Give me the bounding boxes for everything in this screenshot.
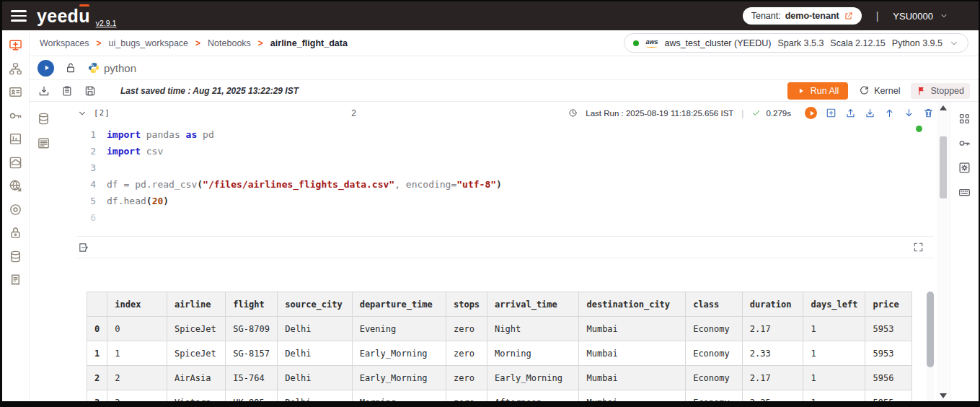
id-card-icon[interactable] xyxy=(9,85,22,99)
shelf-icon[interactable] xyxy=(9,132,22,146)
table-scrollbar-thumb[interactable] xyxy=(927,292,934,367)
left-sidebar xyxy=(2,30,30,401)
stopped-flag-icon xyxy=(917,86,927,96)
code-line: 6 xyxy=(77,209,934,226)
table-cell: 0 xyxy=(107,317,167,341)
database-icon[interactable] xyxy=(9,250,22,263)
table-cell: Afternoon xyxy=(487,390,579,402)
row-index: 0 xyxy=(87,317,107,341)
tenant-pill[interactable]: Tenant: demo-tenant xyxy=(743,7,862,25)
run-cell-button[interactable] xyxy=(805,107,817,119)
breadcrumb-item[interactable]: airline_flight_data xyxy=(270,38,348,48)
table-cell: 2.33 xyxy=(742,341,803,366)
table-cell: 1 xyxy=(803,390,865,402)
disc-icon[interactable] xyxy=(9,203,22,216)
move-cell-down-button[interactable] xyxy=(904,108,914,118)
output-icon[interactable] xyxy=(78,242,89,253)
code-cell[interactable]: [2] 2 Last Run : 2025-08-19 11:18:25.656… xyxy=(77,102,934,235)
cluster-status-dot xyxy=(633,40,639,46)
column-header: flight xyxy=(226,292,278,317)
kernel-restart-button[interactable]: Kernel xyxy=(859,85,900,96)
table-cell: zero xyxy=(446,341,487,366)
column-header: source_city xyxy=(278,292,352,317)
breadcrumb-item[interactable]: ui_bugs_workspace xyxy=(109,38,189,48)
cell-header-right: Last Run : 2025-08-19 11:18:25.656 IST |… xyxy=(568,107,934,119)
toolbar-right-group: Run All Kernel Stopped xyxy=(787,82,970,100)
notebook-toolbar-primary: python xyxy=(30,56,979,80)
add-cell-button[interactable] xyxy=(826,108,836,118)
table-scrollbar[interactable] xyxy=(927,292,934,401)
column-header: airline xyxy=(167,292,225,317)
chevron-down-icon[interactable] xyxy=(949,38,959,48)
cluster-selector[interactable]: aws aws_test_cluster (YEEDU) Spark 3.5.3… xyxy=(624,33,968,53)
cloud-icon[interactable] xyxy=(9,156,22,170)
scroll-up-arrow[interactable] xyxy=(940,105,947,110)
table-list-icon[interactable] xyxy=(37,136,50,150)
column-header: class xyxy=(686,292,743,317)
row-index: 1 xyxy=(87,341,107,366)
workspace-monitor-icon[interactable] xyxy=(9,38,22,52)
breadcrumb-item[interactable]: Workspaces xyxy=(40,38,89,48)
delete-cell-button[interactable] xyxy=(923,108,934,118)
download-cell-button[interactable] xyxy=(865,108,875,118)
notebook-side-rail xyxy=(30,102,57,401)
run-notebook-button[interactable] xyxy=(37,60,54,76)
scroll-down-arrow[interactable] xyxy=(940,393,947,398)
upload-cell-button[interactable] xyxy=(845,108,856,118)
code-editor[interactable]: 1import pandas as pd2import csv34df = pd… xyxy=(77,121,934,235)
clipboard-list-icon[interactable] xyxy=(61,85,73,97)
table-cell: AirAsia xyxy=(167,366,225,390)
move-cell-up-button[interactable] xyxy=(884,108,895,118)
last-saved-label: Last saved time : Aug 21, 2025 13:22:29 … xyxy=(120,86,299,96)
globe-icon[interactable] xyxy=(9,179,22,193)
notebook-scrollbar-thumb[interactable] xyxy=(940,136,947,198)
gear-icon[interactable] xyxy=(958,162,971,174)
fullscreen-icon[interactable] xyxy=(913,242,924,253)
receipt-icon[interactable] xyxy=(9,273,22,286)
hierarchy-icon[interactable] xyxy=(9,62,22,76)
run-all-button[interactable]: Run All xyxy=(787,82,849,100)
database-icon[interactable] xyxy=(37,112,50,126)
save-icon[interactable] xyxy=(84,85,96,97)
collapse-cell-icon[interactable] xyxy=(77,108,87,118)
tenant-name: demo-tenant xyxy=(785,11,839,21)
table-row: 11SpiceJetSG-8157DelhiEarly_MorningzeroM… xyxy=(87,341,912,366)
line-number: 2 xyxy=(77,143,96,159)
main-area: Workspaces>ui_bugs_workspace>Notebooks>a… xyxy=(30,30,979,401)
version-link[interactable]: v2.9.1 xyxy=(96,19,117,27)
table-cell: Morning xyxy=(352,390,446,402)
user-menu[interactable]: YSU0000 xyxy=(893,11,948,22)
table-cell: Delhi xyxy=(278,341,352,366)
apps-grid-icon[interactable] xyxy=(958,113,971,125)
python-logo-icon xyxy=(87,61,100,74)
table-row: 00SpiceJetSG-8709DelhiEveningzeroNightMu… xyxy=(87,317,912,341)
download-notebook-icon[interactable] xyxy=(38,85,50,97)
breadcrumb: Workspaces>ui_bugs_workspace>Notebooks>a… xyxy=(40,38,348,48)
lock-open-icon[interactable] xyxy=(65,62,76,74)
key-icon[interactable] xyxy=(958,137,971,149)
table-cell: Delhi xyxy=(278,390,352,402)
keyboard-icon[interactable] xyxy=(958,186,971,198)
code-line: 4df = pd.read_csv("/files/airlines_fligh… xyxy=(77,176,934,193)
column-header: duration xyxy=(742,292,803,317)
column-header: price xyxy=(865,292,912,317)
table-cell: SG-8709 xyxy=(226,317,278,341)
table-cell: UK-995 xyxy=(226,390,278,402)
menu-icon[interactable] xyxy=(11,10,27,22)
app-logo[interactable]: yeedu xyxy=(37,7,90,25)
code-text: import pandas as pd xyxy=(107,126,214,143)
breadcrumb-separator: > xyxy=(195,38,200,48)
user-id: YSU0000 xyxy=(893,11,933,22)
code-line: 5df.head(20) xyxy=(77,193,934,209)
lock-icon[interactable] xyxy=(9,226,22,240)
notebook-scrollbar[interactable] xyxy=(937,102,950,401)
breadcrumb-item[interactable]: Notebooks xyxy=(208,38,251,48)
column-header: days_left xyxy=(803,292,865,317)
language-label: python xyxy=(104,62,136,74)
table-cell: Delhi xyxy=(278,317,352,341)
table-cell: 5955 xyxy=(865,390,912,402)
key-icon[interactable] xyxy=(9,109,22,123)
table-cell: Vistara xyxy=(167,390,225,402)
external-link-icon[interactable] xyxy=(844,12,853,21)
output-toolbar xyxy=(77,237,934,258)
